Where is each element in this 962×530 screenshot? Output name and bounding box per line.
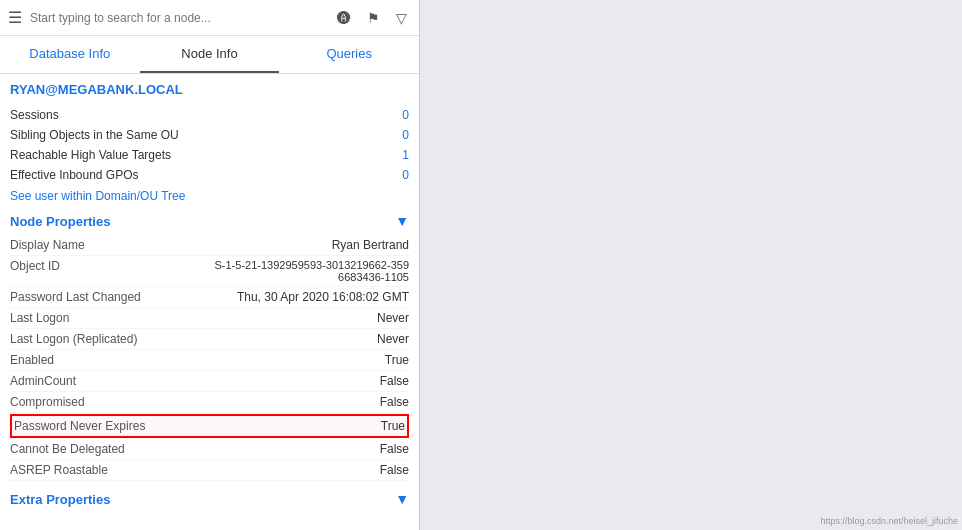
property-row: Last Logon Never bbox=[10, 308, 409, 329]
prop-label: Last Logon (Replicated) bbox=[10, 332, 210, 346]
tab-database[interactable]: Database Info bbox=[0, 36, 140, 73]
prop-value: False bbox=[210, 374, 410, 388]
search-input[interactable] bbox=[30, 11, 325, 25]
prop-value: Thu, 30 Apr 2020 16:08:02 GMT bbox=[210, 290, 410, 304]
prop-label: Display Name bbox=[10, 238, 210, 252]
prop-label: ASREP Roastable bbox=[10, 463, 210, 477]
bloodhound-icon[interactable]: 🅐 bbox=[333, 8, 355, 28]
stat-value: 0 bbox=[402, 108, 409, 122]
property-row: ASREP Roastable False bbox=[10, 460, 409, 481]
prop-value: True bbox=[210, 419, 406, 433]
tab-bar: Database Info Node Info Queries bbox=[0, 36, 419, 74]
graph-area[interactable]: 🖱 RYAN@MEGABANK.LOCAL MemberOf bbox=[420, 0, 962, 530]
prop-value: S-1-5-21-1392959593-3013219662-359668343… bbox=[210, 259, 410, 283]
toolbar: ☰ 🅐 ⚑ ▽ bbox=[0, 0, 419, 36]
stat-row: Sessions 0 bbox=[10, 105, 409, 125]
property-row: Cannot Be Delegated False bbox=[10, 439, 409, 460]
prop-value: False bbox=[210, 463, 410, 477]
property-row: Password Last Changed Thu, 30 Apr 2020 1… bbox=[10, 287, 409, 308]
stat-label: Sessions bbox=[10, 108, 59, 122]
watermark: https://blog.csdn.net/heisel_jifuche bbox=[820, 516, 958, 526]
node-properties-arrow[interactable]: ▼ bbox=[395, 213, 409, 229]
tab-node[interactable]: Node Info bbox=[140, 36, 280, 73]
flag-icon[interactable]: ⚑ bbox=[363, 8, 384, 28]
node-title: RYAN@MEGABANK.LOCAL bbox=[10, 82, 409, 97]
right-panel: 🖱 RYAN@MEGABANK.LOCAL MemberOf bbox=[420, 0, 962, 530]
stat-value: 0 bbox=[402, 128, 409, 142]
prop-label: Last Logon bbox=[10, 311, 210, 325]
left-panel: ☰ 🅐 ⚑ ▽ Database Info Node Info Queries … bbox=[0, 0, 420, 530]
stat-value: 0 bbox=[402, 168, 409, 182]
prop-value: Ryan Bertrand bbox=[210, 238, 410, 252]
property-row: Display Name Ryan Bertrand bbox=[10, 235, 409, 256]
stat-label: Sibling Objects in the Same OU bbox=[10, 128, 179, 142]
panel-content: RYAN@MEGABANK.LOCAL Sessions 0 Sibling O… bbox=[0, 74, 419, 530]
property-row: Object ID S-1-5-21-1392959593-3013219662… bbox=[10, 256, 409, 287]
stat-label: Effective Inbound GPOs bbox=[10, 168, 139, 182]
prop-label: Compromised bbox=[10, 395, 210, 409]
prop-label: Password Last Changed bbox=[10, 290, 210, 304]
extra-properties-header: Extra Properties ▼ bbox=[10, 491, 409, 507]
prop-label: Cannot Be Delegated bbox=[10, 442, 210, 456]
prop-label: Password Never Expires bbox=[14, 419, 210, 433]
stats-container: Sessions 0 Sibling Objects in the Same O… bbox=[10, 105, 409, 185]
node-properties-header: Node Properties ▼ bbox=[10, 213, 409, 229]
props-container: Display Name Ryan Bertrand Object ID S-1… bbox=[10, 235, 409, 481]
prop-value: False bbox=[210, 395, 410, 409]
property-row: Compromised False bbox=[10, 392, 409, 413]
domain-tree-link[interactable]: See user within Domain/OU Tree bbox=[10, 189, 409, 203]
prop-value: Never bbox=[210, 332, 410, 346]
prop-value: True bbox=[210, 353, 410, 367]
node-properties-title: Node Properties bbox=[10, 214, 110, 229]
tab-queries[interactable]: Queries bbox=[279, 36, 419, 73]
stat-row: Effective Inbound GPOs 0 bbox=[10, 165, 409, 185]
property-row: Enabled True bbox=[10, 350, 409, 371]
prop-label: AdminCount bbox=[10, 374, 210, 388]
property-row: AdminCount False bbox=[10, 371, 409, 392]
hamburger-icon[interactable]: ☰ bbox=[8, 8, 22, 27]
stat-row: Sibling Objects in the Same OU 0 bbox=[10, 125, 409, 145]
property-row: Last Logon (Replicated) Never bbox=[10, 329, 409, 350]
extra-properties-arrow[interactable]: ▼ bbox=[395, 491, 409, 507]
prop-value: False bbox=[210, 442, 410, 456]
filter-icon[interactable]: ▽ bbox=[392, 8, 411, 28]
extra-properties-title: Extra Properties bbox=[10, 492, 110, 507]
stat-label: Reachable High Value Targets bbox=[10, 148, 171, 162]
prop-value: Never bbox=[210, 311, 410, 325]
prop-label: Enabled bbox=[10, 353, 210, 367]
prop-label: Object ID bbox=[10, 259, 210, 283]
property-row: Password Never Expires True bbox=[10, 414, 409, 438]
stat-value[interactable]: 1 bbox=[402, 148, 409, 162]
stat-row: Reachable High Value Targets 1 bbox=[10, 145, 409, 165]
